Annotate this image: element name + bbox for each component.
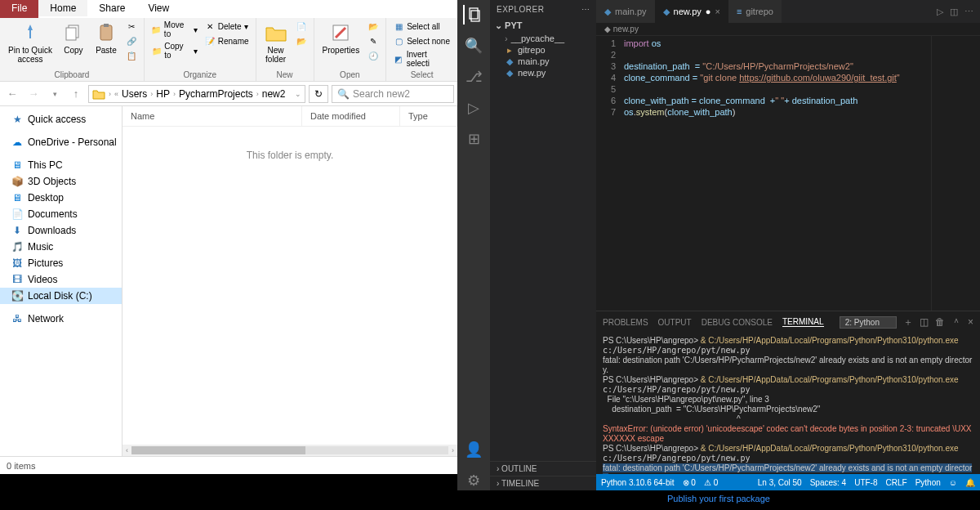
sidebar-timeline[interactable]: › TIMELINE	[490, 476, 596, 490]
move-to-button[interactable]: 📁Move to ▾	[149, 20, 199, 39]
activity-extensions-icon[interactable]: ⊞	[464, 129, 483, 149]
copy-button[interactable]: Copy	[59, 20, 88, 56]
tab-home[interactable]: Home	[38, 0, 87, 18]
col-date[interactable]: Date modified	[302, 106, 400, 126]
nav-music[interactable]: 🎵Music	[0, 239, 122, 255]
crumb-pycharm[interactable]: PycharmProjects	[179, 88, 253, 100]
tab-main[interactable]: ◆main.py	[596, 0, 655, 23]
horizontal-scrollbar[interactable]: ‹ ›	[122, 445, 457, 456]
nav-videos[interactable]: 🎞Videos	[0, 271, 122, 288]
nav-this-pc[interactable]: 🖥This PC	[0, 157, 122, 173]
nav-local-disk[interactable]: 💽Local Disk (C:)	[0, 288, 122, 304]
split-icon[interactable]: ◫	[950, 7, 958, 17]
activity-account-icon[interactable]: 👤	[464, 440, 483, 459]
recent-button[interactable]: ▾	[46, 85, 64, 103]
tab-share[interactable]: Share	[87, 0, 136, 18]
tree-new[interactable]: ◆new.py	[490, 67, 596, 78]
crumb-users[interactable]: Users	[122, 88, 147, 100]
new-folder-button[interactable]: New folder	[261, 20, 291, 65]
status-errors[interactable]: ⊗ 0	[683, 478, 696, 487]
tab-view[interactable]: View	[136, 0, 180, 18]
sidebar-more-icon[interactable]: ⋯	[581, 5, 590, 14]
forward-button[interactable]: →	[24, 85, 42, 103]
status-bell-icon[interactable]: 🔔	[965, 478, 975, 487]
status-feedback-icon[interactable]: ☺	[949, 478, 957, 487]
properties-button[interactable]: Properties	[319, 20, 363, 56]
up-button[interactable]: ↑	[67, 85, 85, 103]
tree-pycache[interactable]: ›__pycache__	[490, 33, 596, 44]
status-lncol[interactable]: Ln 3, Col 50	[758, 478, 802, 487]
status-python[interactable]: Python 3.10.6 64-bit	[601, 478, 675, 487]
tree-main[interactable]: ◆main.py	[490, 56, 596, 67]
copy-path-button[interactable]: 🔗	[124, 34, 139, 47]
minimap[interactable]	[931, 36, 980, 311]
panel-terminal[interactable]: TERMINAL	[782, 317, 824, 327]
history-button[interactable]: 🕘	[366, 49, 381, 62]
copy-to-button[interactable]: 📁Copy to ▾	[149, 41, 199, 60]
run-icon[interactable]: ▷	[937, 7, 943, 17]
activity-search-icon[interactable]: 🔍	[464, 36, 483, 56]
tab-new[interactable]: ◆new.py●×	[655, 0, 728, 23]
close-tab-icon[interactable]: ×	[715, 7, 719, 16]
activity-scm-icon[interactable]: ⎇	[464, 67, 483, 87]
crumb-hp[interactable]: HP	[156, 88, 170, 100]
crumb-new2[interactable]: new2	[262, 88, 286, 100]
tree-root[interactable]: ⌄ PYT	[490, 19, 596, 33]
code-content[interactable]: import os destination_path = "C:/Users/H…	[621, 36, 931, 311]
paste-button[interactable]: Paste	[91, 20, 121, 56]
col-name[interactable]: Name	[122, 106, 302, 126]
paste-shortcut-button[interactable]: 📋	[124, 49, 139, 62]
edit-button[interactable]: ✎	[366, 34, 381, 47]
activity-explorer-icon[interactable]	[463, 5, 483, 25]
back-button[interactable]: ←	[3, 85, 21, 103]
addr-dropdown-icon[interactable]: ⌄	[295, 90, 301, 98]
invert-selection-button[interactable]: ◩Invert selecti	[391, 49, 452, 69]
nav-documents[interactable]: 📄Documents	[0, 206, 122, 222]
refresh-button[interactable]: ↻	[309, 85, 328, 103]
nav-downloads[interactable]: ⬇Downloads	[0, 222, 122, 239]
search-input[interactable]: 🔍 Search new2	[332, 85, 454, 103]
panel-problems[interactable]: PROBLEMS	[603, 318, 648, 327]
nav-quick-access[interactable]: ★Quick access	[0, 111, 122, 128]
easy-access-button[interactable]: 📂	[294, 34, 309, 47]
maximize-panel-icon[interactable]: ＾	[951, 315, 961, 329]
new-item-button[interactable]: 📄	[294, 20, 309, 33]
tab-file[interactable]: File	[0, 0, 38, 18]
activity-settings-icon[interactable]: ⚙	[464, 471, 483, 490]
select-all-button[interactable]: ▦Select all	[391, 20, 452, 33]
terminal-select[interactable]: 2: Python	[840, 316, 897, 329]
rename-button[interactable]: 📝Rename	[203, 34, 251, 47]
nav-pictures[interactable]: 🖼Pictures	[0, 255, 122, 271]
status-eol[interactable]: CRLF	[886, 478, 907, 487]
activity-debug-icon[interactable]: ▷	[464, 98, 483, 118]
cut-button[interactable]: ✂	[124, 20, 139, 33]
breadcrumb[interactable]: ◆ new.py	[596, 23, 980, 36]
nav-desktop[interactable]: 🖥Desktop	[0, 190, 122, 206]
pin-quick-access-button[interactable]: Pin to Quick access	[5, 20, 56, 65]
status-lang[interactable]: Python	[915, 478, 941, 487]
col-type[interactable]: Type	[400, 106, 457, 126]
nav-network[interactable]: 🖧Network	[0, 311, 122, 327]
tree-gitrepo[interactable]: ▸gitrepo	[490, 44, 596, 56]
split-terminal-icon[interactable]: ◫	[920, 316, 929, 328]
select-none-button[interactable]: ▢Select none	[391, 34, 452, 47]
panel-output[interactable]: OUTPUT	[658, 318, 692, 327]
open-button[interactable]: 📂	[366, 20, 381, 33]
publish-package-link[interactable]: Publish your first package	[457, 494, 980, 503]
panel-debug[interactable]: DEBUG CONSOLE	[702, 318, 773, 327]
close-panel-icon[interactable]: ×	[968, 316, 973, 328]
status-warnings[interactable]: ⚠ 0	[704, 478, 718, 487]
status-spaces[interactable]: Spaces: 4	[810, 478, 846, 487]
nav-onedrive[interactable]: ☁OneDrive - Personal	[0, 134, 122, 150]
tab-gitrepo[interactable]: ≡gitrepo	[728, 0, 782, 23]
status-encoding[interactable]: UTF-8	[854, 478, 877, 487]
terminal-output[interactable]: PS C:\Users\HP\angrepo> & C:/Users/HP/Ap…	[596, 333, 980, 474]
address-bar[interactable]: › « Users› HP› PycharmProjects› new2 ⌄	[88, 85, 305, 103]
more-icon[interactable]: ⋯	[964, 7, 973, 17]
kill-terminal-icon[interactable]: 🗑	[935, 316, 945, 328]
code-editor[interactable]: 1234567 import os destination_path = "C:…	[596, 36, 980, 311]
new-terminal-icon[interactable]: ＋	[903, 315, 913, 329]
nav-3d-objects[interactable]: 📦3D Objects	[0, 173, 122, 190]
delete-button[interactable]: ✕Delete ▾	[203, 20, 251, 33]
sidebar-outline[interactable]: › OUTLINE	[490, 461, 596, 476]
